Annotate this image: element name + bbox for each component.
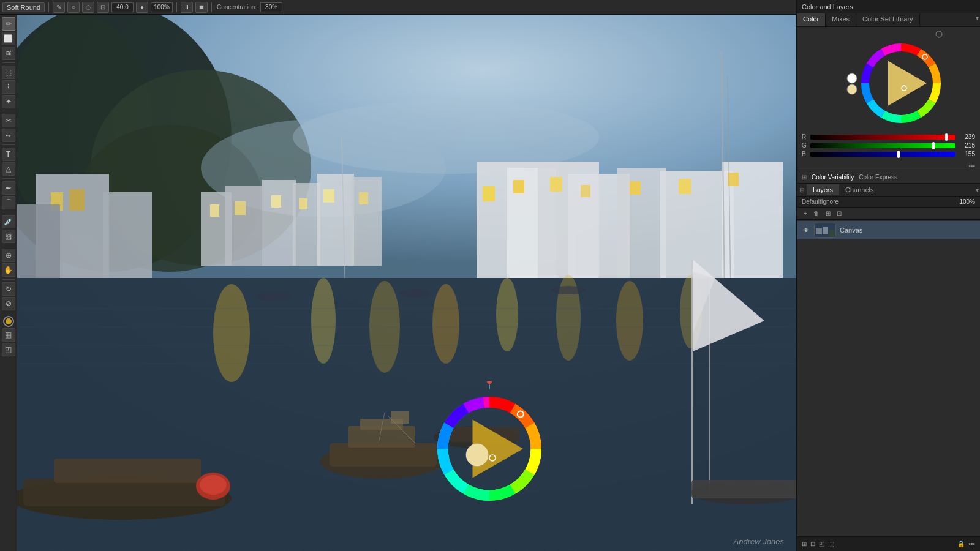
g-slider-track[interactable]	[810, 143, 956, 148]
tool-separator-1	[2, 62, 15, 63]
opacity-input[interactable]	[151, 2, 173, 12]
brush-tool[interactable]: ✏	[2, 17, 15, 31]
new-layer-btn[interactable]: +	[802, 209, 809, 217]
svg-rect-78	[691, 480, 796, 498]
color-tabs: Color Mixes Color Set Library ▾	[797, 13, 980, 27]
shape-tool[interactable]: △	[2, 162, 15, 176]
fill-tool[interactable]: ▨	[2, 230, 15, 243]
select-rect-tool[interactable]: ⬚	[2, 66, 15, 79]
layers-toolbar: + 🗑 ⊞ ⊡	[797, 208, 980, 220]
panel-title: Color and Layers	[797, 0, 980, 13]
floating-color-picker[interactable]: 📍	[422, 381, 557, 517]
layers-panel-menu-icon[interactable]: ▾	[974, 186, 980, 195]
svg-point-91	[847, 84, 857, 94]
zoom-tool[interactable]: ⊕	[2, 249, 15, 262]
lasso-tool[interactable]: ⌇	[2, 80, 15, 94]
canvas-area: 📍	[17, 15, 796, 551]
panel-dots-icon[interactable]: •••	[968, 541, 975, 547]
panel-lock-icon[interactable]: 🔒	[957, 541, 965, 547]
r-slider-thumb[interactable]	[945, 133, 948, 141]
b-slider-row: B 155	[802, 151, 975, 157]
svg-point-95	[829, 230, 835, 237]
layer-thumbnail	[814, 223, 836, 238]
concentration-label: Concentration:	[217, 4, 257, 10]
mirror-tool[interactable]: ⊘	[2, 297, 15, 310]
size-input[interactable]	[111, 2, 134, 12]
b-slider-track[interactable]	[810, 152, 956, 157]
color-wheel-large[interactable]: 📍	[422, 381, 557, 516]
delete-layer-btn[interactable]: 🗑	[812, 209, 821, 217]
layers-tab-layers[interactable]: Layers	[807, 184, 839, 195]
color-express-label[interactable]: Color Express	[859, 174, 897, 181]
tool-separator-6	[2, 246, 15, 246]
panel-btn-3[interactable]: ◰	[819, 541, 824, 547]
b-slider-thumb[interactable]	[897, 151, 900, 158]
toolbar-separator-3	[211, 2, 212, 12]
toolbar-separator-2	[176, 2, 177, 12]
r-value: 239	[958, 133, 975, 140]
layers-tab-channels[interactable]: Channels	[839, 184, 880, 195]
panel-btn-2[interactable]: ⊡	[810, 541, 815, 547]
smudge-tool[interactable]: ≋	[2, 47, 15, 60]
eyedropper-tool[interactable]: 💉	[2, 215, 15, 228]
color-swatch-tool[interactable]	[3, 316, 14, 327]
record-btn[interactable]: ⏺	[195, 2, 208, 13]
panel-color-wheel[interactable]	[797, 27, 980, 131]
painting-canvas[interactable]: 📍	[17, 15, 796, 551]
g-value: 215	[958, 142, 975, 149]
tool-separator-2	[2, 111, 15, 111]
bezier-tool[interactable]: ⌒	[2, 196, 15, 209]
layer-item-canvas[interactable]: 👁 Canvas	[797, 221, 980, 239]
layer-visibility-icon[interactable]: 👁	[802, 226, 810, 234]
panel-title-text: Color and Layers	[802, 3, 853, 10]
rgb-sliders: R 239 G 215 B 155	[797, 131, 980, 162]
size-slider-btn[interactable]: ●	[136, 2, 148, 13]
r-label: R	[802, 133, 808, 140]
g-label: G	[802, 142, 808, 149]
color-panel-menu-icon[interactable]: ▾	[974, 13, 980, 26]
crop-tool[interactable]: ✂	[2, 114, 15, 127]
pen-tool[interactable]: ✒	[2, 181, 15, 195]
painting-background	[17, 15, 796, 551]
brush-name-label: Soft Round	[2, 2, 45, 12]
eraser-tool[interactable]: ⬜	[2, 32, 15, 45]
tool-separator-4	[2, 178, 15, 179]
color-tab-library[interactable]: Color Set Library	[856, 13, 920, 26]
brush-icon-btn[interactable]: ✎	[53, 2, 65, 13]
hand-tool[interactable]: ✋	[2, 263, 15, 277]
group-layer-btn[interactable]: ⊞	[824, 209, 832, 217]
brush-shape-btn[interactable]: ○	[67, 2, 80, 13]
b-label: B	[802, 151, 808, 157]
paper-texture-tool[interactable]: ▦	[2, 328, 15, 342]
svg-point-85	[466, 444, 488, 466]
location-pin-icon: 📍	[483, 381, 496, 390]
r-slider-track[interactable]	[810, 135, 956, 140]
concentration-input[interactable]	[260, 2, 282, 12]
r-slider-row: R 239	[802, 133, 975, 140]
rotate-canvas-tool[interactable]: ↻	[2, 282, 15, 296]
color-variability-label[interactable]: Color Variability	[812, 174, 854, 181]
svg-rect-93	[816, 228, 822, 234]
svg-rect-94	[823, 227, 828, 234]
brush-options-btn[interactable]: ⊡	[97, 2, 109, 13]
b-value: 155	[958, 151, 975, 157]
text-tool[interactable]: T	[2, 148, 15, 161]
color-tab-mixes[interactable]: Mixes	[826, 13, 856, 26]
panel-btn-1[interactable]: ⊞	[802, 541, 807, 547]
color-dots-menu[interactable]: •••	[968, 163, 975, 170]
duplicate-layer-btn[interactable]: ⊡	[835, 209, 843, 217]
color-variability-section: ⊞ Color Variability Color Express	[797, 171, 980, 183]
transform-tool[interactable]: ↔	[2, 129, 15, 142]
panel-btn-4[interactable]: ⬚	[828, 541, 834, 547]
brush-type-btn[interactable]: ◌	[82, 2, 94, 13]
author-watermark: Andrew Jones	[734, 537, 784, 546]
magic-wand-tool[interactable]: ✦	[2, 95, 15, 108]
color-tab-color[interactable]: Color	[797, 13, 826, 26]
panel-color-wheel-svg[interactable]	[834, 31, 944, 129]
pause-btn[interactable]: ⏸	[181, 2, 193, 13]
layer-btn[interactable]: ◰	[2, 343, 15, 356]
color-options-btn[interactable]	[936, 31, 942, 37]
g-slider-thumb[interactable]	[932, 142, 935, 149]
right-panel: Color and Layers Color Mixes Color Set L…	[796, 0, 980, 551]
toolbar-separator-1	[48, 2, 49, 12]
